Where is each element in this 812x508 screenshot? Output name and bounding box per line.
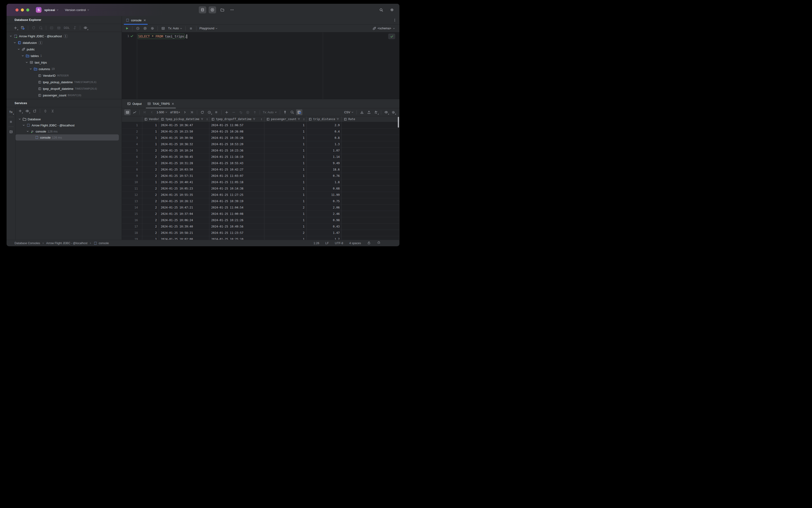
cell[interactable]: 1: [264, 211, 307, 217]
ddl-button[interactable]: DDL: [63, 25, 71, 31]
cell[interactable]: 2: [142, 147, 159, 154]
row-number[interactable]: 15: [122, 211, 142, 217]
close-window-button[interactable]: [15, 8, 18, 11]
row-number[interactable]: 1: [122, 122, 142, 129]
cell[interactable]: 2024-01-25 10:36:47: [159, 122, 209, 129]
sort-icon[interactable]: [303, 118, 305, 121]
chevron-down-icon[interactable]: [26, 130, 29, 133]
chevron-down-icon[interactable]: [18, 118, 21, 121]
cell[interactable]: [342, 217, 399, 223]
more-horizontal-button[interactable]: [228, 6, 236, 13]
cell[interactable]: 2: [142, 198, 159, 205]
inspections-widget[interactable]: [388, 34, 395, 39]
compare-button[interactable]: [373, 109, 379, 115]
db-tree-item-datafusion[interactable]: datafusion1: [7, 39, 122, 46]
cell[interactable]: 2: [142, 154, 159, 160]
cell[interactable]: 2: [142, 160, 159, 167]
cell[interactable]: 2024-01-25 10:26:08: [209, 129, 264, 135]
page-total-button[interactable]: of 501+: [169, 109, 181, 115]
cell[interactable]: 2024-01-25 10:21:26: [209, 217, 264, 223]
export-format-button[interactable]: CSV: [343, 109, 355, 115]
tx-auto-button[interactable]: Tx: Auto: [167, 26, 183, 32]
cell[interactable]: [342, 230, 399, 236]
db-tree-item-public[interactable]: public: [7, 46, 122, 52]
cell[interactable]: 2024-01-25 10:05:23: [159, 185, 209, 192]
db-settings-button[interactable]: [19, 25, 26, 31]
unplug-button[interactable]: [38, 25, 44, 31]
eye-button[interactable]: [82, 25, 89, 31]
cell[interactable]: 1: [264, 147, 307, 154]
project-menu[interactable]: spiceai: [44, 8, 59, 12]
cell[interactable]: 2: [142, 173, 159, 179]
cell[interactable]: 2024-01-25 11:05:18: [209, 179, 264, 185]
database-button[interactable]: [199, 6, 206, 13]
collapse-button[interactable]: [49, 108, 56, 114]
status-item-4-spaces[interactable]: 4 spaces: [349, 242, 361, 245]
row-number[interactable]: 4: [122, 141, 142, 147]
cell[interactable]: [342, 167, 399, 173]
undo-button[interactable]: [237, 109, 244, 115]
cell[interactable]: 2: [142, 167, 159, 173]
sql-editor[interactable]: 1 SELECT * FROM taxi_trips;: [122, 32, 399, 99]
services-tree-item-database[interactable]: Database: [15, 116, 122, 122]
chart-button[interactable]: [131, 109, 138, 115]
sort-icon[interactable]: [260, 118, 263, 121]
version-control-menu[interactable]: Version control: [65, 8, 90, 12]
db-tree-item-columns[interactable]: columns19: [7, 66, 122, 72]
db-tree-item-taxi-trips[interactable]: taxi_trips: [7, 59, 122, 66]
close-tab-icon[interactable]: [143, 19, 146, 22]
db-tree-item-tables[interactable]: tables1: [7, 52, 122, 59]
refresh-button[interactable]: [199, 109, 205, 115]
cell[interactable]: 1: [142, 122, 159, 129]
tab-options-icon[interactable]: [393, 18, 397, 22]
play-button[interactable]: [124, 26, 130, 32]
cell[interactable]: [342, 135, 399, 141]
clock-button[interactable]: [135, 26, 141, 32]
cell[interactable]: 2: [142, 223, 159, 230]
db-tree-item-arrow-flight-jdbc-localhost[interactable]: Arrow Flight JDBC - @localhost1: [7, 33, 122, 39]
layout-button[interactable]: [8, 129, 14, 135]
search-button[interactable]: [289, 109, 296, 115]
row-number[interactable]: 9: [122, 173, 142, 179]
cell[interactable]: 2024-01-25 10:31:28: [159, 160, 209, 167]
cell[interactable]: 2: [142, 205, 159, 211]
console-run-button[interactable]: [48, 25, 55, 31]
cell[interactable]: 2: [142, 217, 159, 223]
plus-button[interactable]: [17, 108, 23, 114]
breadcrumb-item-database-consoles[interactable]: Database Consoles: [14, 242, 40, 245]
hexagon-play-button[interactable]: [209, 6, 216, 13]
cell[interactable]: 2024-01-25 10:39:40: [159, 223, 209, 230]
status-item-utf-8[interactable]: UTF-8: [335, 242, 343, 245]
cell[interactable]: 1: [264, 173, 307, 179]
sort-icon[interactable]: [206, 118, 209, 121]
cell[interactable]: 18.6: [307, 167, 342, 173]
cell[interactable]: 2024-01-25 10:25:10: [209, 236, 264, 240]
gear-button[interactable]: [149, 26, 155, 32]
cell[interactable]: 2: [264, 205, 307, 211]
cell[interactable]: 2024-01-25 10:40:41: [159, 179, 209, 185]
cell[interactable]: [342, 205, 399, 211]
cell[interactable]: 2024-01-25 10:47:21: [159, 205, 209, 211]
status-item-1-26[interactable]: 1:26: [314, 242, 319, 245]
playground-button[interactable]: Playground: [198, 26, 219, 32]
cell[interactable]: 0.4: [307, 129, 342, 135]
table-view-button[interactable]: [160, 26, 166, 32]
pin-button[interactable]: [282, 109, 288, 115]
cell[interactable]: [342, 147, 399, 154]
chevron-down-icon[interactable]: [21, 54, 24, 57]
eye-button[interactable]: [383, 109, 389, 115]
page-range-button[interactable]: 1-500: [155, 109, 169, 115]
row-number[interactable]: 11: [122, 185, 142, 192]
next-button[interactable]: [182, 109, 188, 115]
cell[interactable]: 2024-01-25 10:37:04: [159, 211, 209, 217]
cell[interactable]: 11.99: [307, 192, 342, 198]
cell[interactable]: 0.76: [307, 173, 342, 179]
status-lock-open-button[interactable]: [367, 241, 371, 245]
first-button[interactable]: [142, 109, 148, 115]
chevron-down-icon[interactable]: [29, 68, 32, 70]
filter-icon[interactable]: [336, 118, 339, 121]
db-tree-item-tpep-pickup-datetime[interactable]: tpep_pickup_datetimeTIMESTAMP(26,6): [7, 79, 122, 85]
cell[interactable]: 1: [264, 192, 307, 198]
cell[interactable]: 2: [264, 230, 307, 236]
cell[interactable]: 2: [142, 230, 159, 236]
